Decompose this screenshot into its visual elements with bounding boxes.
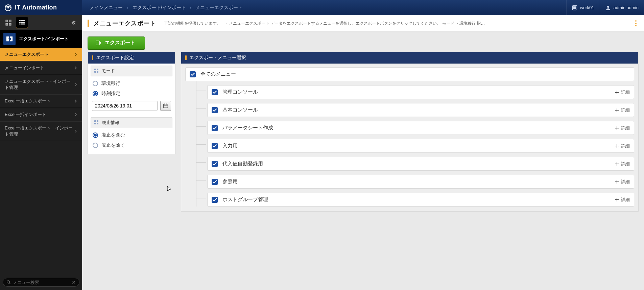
breadcrumb-category[interactable]: エクスポート/インポート xyxy=(131,5,187,11)
sidebar-item-label: Excel一括エクスポート・インポート管理 xyxy=(5,125,74,137)
menu-group-node: 管理コンソール詳細 xyxy=(196,81,634,99)
menu-group-checkbox[interactable] xyxy=(212,107,218,113)
plus-icon xyxy=(615,180,619,184)
menu-group-expand[interactable]: 詳細 xyxy=(615,161,630,167)
menu-group-node: 基本コンソール詳細 xyxy=(196,99,634,117)
page-header: メニューエクスポート 下記の機能を提供しています。 ・メニューエクスポート デー… xyxy=(82,15,644,32)
more-menu-button[interactable] xyxy=(633,19,639,27)
menu-group-expand[interactable]: 詳細 xyxy=(615,125,630,131)
menu-group-expand[interactable]: 詳細 xyxy=(615,143,630,149)
svg-rect-19 xyxy=(164,104,168,108)
discard-option-0[interactable]: 廃止を含む xyxy=(92,130,171,140)
menu-group-checkbox[interactable] xyxy=(212,143,218,149)
check-icon xyxy=(213,144,217,148)
discard-options: 廃止を含む廃止を除く xyxy=(91,128,172,150)
discard-option-1[interactable]: 廃止を除く xyxy=(92,140,171,150)
radio-icon xyxy=(93,143,98,148)
logo-area[interactable]: IT Automation xyxy=(0,0,82,15)
chevron-right-icon xyxy=(74,113,77,116)
chevron-right-icon xyxy=(74,129,77,133)
app-name: IT Automation xyxy=(15,4,57,11)
mode-title: モード xyxy=(102,68,115,74)
sidebar-item-5[interactable]: Excel一括エクスポート・インポート管理 xyxy=(0,121,82,141)
menu-group-checkbox[interactable] xyxy=(212,161,218,167)
menu-select-title: エクスポートメニュー選択 xyxy=(189,55,246,61)
view-grid-button[interactable] xyxy=(3,17,14,28)
accent-bar-icon xyxy=(185,55,187,60)
mode-option-0[interactable]: 環境移行 xyxy=(92,78,171,89)
menu-group-row[interactable]: 代入値自動登録用詳細 xyxy=(207,157,634,171)
calendar-button[interactable] xyxy=(160,101,171,111)
export-import-icon xyxy=(3,33,16,45)
breadcrumb-main[interactable]: メインメニュー xyxy=(88,5,124,11)
svg-point-13 xyxy=(19,23,20,24)
detail-label: 詳細 xyxy=(621,179,630,185)
menu-group-expand[interactable]: 詳細 xyxy=(615,197,630,203)
all-menus-checkbox[interactable] xyxy=(190,71,196,77)
menu-group-checkbox[interactable] xyxy=(212,89,218,95)
menu-group-row[interactable]: ホストグループ管理詳細 xyxy=(207,193,634,207)
menu-group-row[interactable]: 参照用詳細 xyxy=(207,175,634,189)
menu-group-label: ホストグループ管理 xyxy=(222,196,268,203)
plus-icon xyxy=(615,144,619,148)
datetime-input[interactable] xyxy=(92,101,158,111)
sidebar-menu: メニューエクスポートメニューインポートメニューエクスポート・インポート管理Exc… xyxy=(0,48,82,275)
menu-group-expand[interactable]: 詳細 xyxy=(615,89,630,95)
detail-label: 詳細 xyxy=(621,143,630,149)
menu-group-row[interactable]: 管理コンソール詳細 xyxy=(207,85,634,99)
menu-group-row[interactable]: 基本コンソール詳細 xyxy=(207,103,634,117)
page-description: 下記の機能を提供しています。 ・メニューエクスポート データをエクスポートするメ… xyxy=(164,21,630,26)
user-button[interactable]: admin admin xyxy=(600,0,644,15)
sidebar-item-4[interactable]: Excel一括インポート xyxy=(0,108,82,121)
detail-label: 詳細 xyxy=(621,125,630,131)
mode-option-label: 環境移行 xyxy=(101,80,120,87)
svg-rect-10 xyxy=(21,20,25,21)
plus-icon xyxy=(615,162,619,166)
sidebar-search-box[interactable]: ✕ xyxy=(3,278,79,287)
menu-group-node: 代入値自動登録用詳細 xyxy=(196,153,634,171)
menu-group-row[interactable]: 入力用詳細 xyxy=(207,139,634,153)
chevron-right-icon xyxy=(74,99,77,103)
app-header: IT Automation メインメニュー › エクスポート/インポート › メ… xyxy=(0,0,644,15)
menu-group-expand[interactable]: 詳細 xyxy=(615,107,630,113)
main-content: メニューエクスポート 下記の機能を提供しています。 ・メニューエクスポート デー… xyxy=(82,15,644,290)
clear-search-button[interactable]: ✕ xyxy=(72,280,76,285)
sidebar-item-1[interactable]: メニューインポート xyxy=(0,61,82,75)
chevron-double-left-icon xyxy=(71,20,76,25)
export-settings-panel: エクスポート設定 モード 環境移行時刻指定 xyxy=(88,52,175,154)
sidebar-item-3[interactable]: Excel一括エクスポート xyxy=(0,94,82,108)
plus-icon xyxy=(615,108,619,112)
list-icon xyxy=(19,19,25,25)
sidebar-item-label: メニューインポート xyxy=(5,65,44,71)
menu-group-expand[interactable]: 詳細 xyxy=(615,179,630,185)
export-button[interactable]: エクスポート xyxy=(88,37,145,49)
svg-rect-12 xyxy=(21,22,25,23)
chevron-right-icon: › xyxy=(187,5,194,10)
discard-option-label: 廃止を除く xyxy=(101,142,125,148)
all-menus-row[interactable]: 全てのメニュー xyxy=(185,67,634,81)
user-label: admin admin xyxy=(614,5,639,10)
menu-group-checkbox[interactable] xyxy=(212,125,218,131)
view-list-button[interactable] xyxy=(16,17,28,28)
detail-label: 詳細 xyxy=(621,161,630,167)
svg-point-11 xyxy=(19,22,20,23)
check-icon xyxy=(213,108,217,112)
sidebar-search-input[interactable] xyxy=(13,280,70,285)
sidebar-item-label: Excel一括インポート xyxy=(5,112,46,118)
radio-icon xyxy=(93,132,98,138)
sidebar-item-2[interactable]: メニューエクスポート・インポート管理 xyxy=(0,75,82,94)
workspace-button[interactable]: work01 xyxy=(566,0,600,15)
workspace-label: work01 xyxy=(580,5,594,10)
menu-group-label: 基本コンソール xyxy=(222,107,258,113)
menu-group-checkbox[interactable] xyxy=(212,179,218,185)
menu-group-row[interactable]: パラメータシート作成詳細 xyxy=(207,121,634,135)
export-settings-panel-header: エクスポート設定 xyxy=(88,52,175,64)
sidebar-section-header[interactable]: エクスポート/インポート xyxy=(0,30,82,48)
discard-option-label: 廃止を含む xyxy=(101,132,125,138)
mode-option-1[interactable]: 時刻指定 xyxy=(92,89,171,99)
collapse-sidebar-button[interactable] xyxy=(68,17,79,28)
toolbar: エクスポート xyxy=(82,32,644,52)
svg-point-4 xyxy=(607,6,609,8)
menu-group-checkbox[interactable] xyxy=(212,197,218,203)
sidebar-item-0[interactable]: メニューエクスポート xyxy=(0,48,82,61)
